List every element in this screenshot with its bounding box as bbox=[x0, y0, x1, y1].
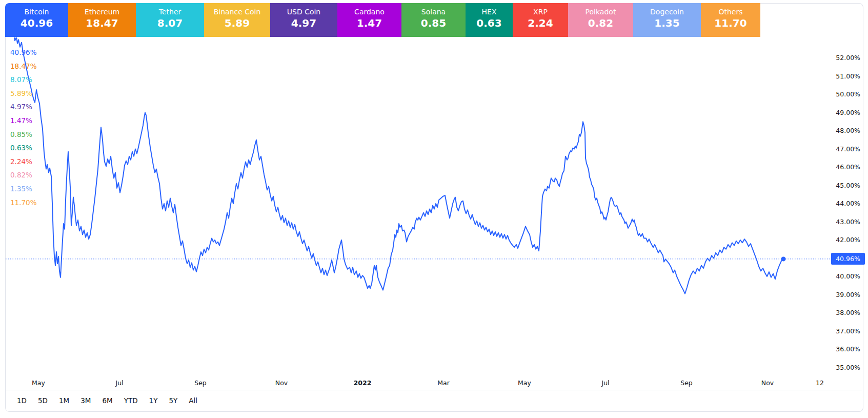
y-axis-tick: 46.00% bbox=[824, 163, 860, 171]
y-axis-tick: 51.00% bbox=[824, 72, 860, 80]
legend-item: 1.47% bbox=[10, 116, 32, 125]
x-axis-tick: May bbox=[32, 379, 45, 387]
y-axis-tick: 38.00% bbox=[824, 309, 860, 316]
bitcoin-dominance-line bbox=[13, 32, 783, 293]
x-axis-tick: Sep bbox=[680, 379, 693, 387]
x-axis-tick: Mar bbox=[437, 379, 450, 387]
y-axis-tick: 47.00% bbox=[824, 145, 860, 153]
y-axis-tick: 50.00% bbox=[824, 90, 860, 98]
x-axis-tick: 12 bbox=[816, 379, 824, 387]
y-axis-tick: 49.00% bbox=[824, 109, 860, 116]
x-axis-tick: Sep bbox=[194, 379, 207, 387]
y-axis-tick: 36.00% bbox=[824, 345, 860, 353]
range-toolbar: 1D5D1M3M6MYTD1Y5YAll bbox=[15, 390, 199, 411]
legend-item: 0.82% bbox=[10, 171, 32, 179]
range-button-3m[interactable]: 3M bbox=[79, 395, 92, 406]
legend-item: 18.47% bbox=[10, 62, 36, 70]
range-button-6m[interactable]: 6M bbox=[100, 395, 114, 406]
x-axis-tick: Jul bbox=[115, 379, 123, 387]
y-axis-tick: 42.00% bbox=[824, 236, 860, 244]
y-axis-tick: 35.00% bbox=[824, 364, 860, 371]
legend-item: 4.97% bbox=[10, 103, 32, 111]
legend-item: 0.63% bbox=[10, 144, 32, 152]
x-axis-tick: Nov bbox=[761, 379, 774, 387]
range-button-1y[interactable]: 1Y bbox=[148, 395, 159, 406]
y-axis-tick: 39.00% bbox=[824, 291, 860, 298]
x-axis-tick: Jul bbox=[601, 379, 609, 387]
y-axis-tick: 48.00% bbox=[824, 127, 860, 134]
y-axis-tick: 40.00% bbox=[824, 272, 860, 280]
legend-item: 11.70% bbox=[10, 198, 36, 207]
y-axis-tick: 44.00% bbox=[824, 200, 860, 207]
current-value-badge: 40.96% bbox=[831, 253, 865, 265]
x-axis-tick: Nov bbox=[275, 379, 288, 387]
legend-item: 0.85% bbox=[10, 130, 32, 138]
legend-item: 5.89% bbox=[10, 89, 32, 97]
range-button-1m[interactable]: 1M bbox=[57, 395, 71, 406]
x-axis-tick: 2022 bbox=[354, 379, 372, 387]
legend-item: 2.24% bbox=[10, 157, 32, 166]
range-button-all[interactable]: All bbox=[187, 395, 199, 406]
y-axis-tick: 52.00% bbox=[824, 54, 860, 62]
y-axis-tick: 43.00% bbox=[824, 218, 860, 226]
range-button-1d[interactable]: 1D bbox=[15, 395, 28, 406]
y-axis-tick: 37.00% bbox=[824, 327, 860, 335]
range-button-ytd[interactable]: YTD bbox=[123, 395, 139, 406]
crypto-dominance-widget: Bitcoin40.96Ethereum18.47Tether8.07Binan… bbox=[0, 0, 868, 418]
range-button-5d[interactable]: 5D bbox=[36, 395, 49, 406]
dominance-line-chart[interactable] bbox=[0, 0, 868, 418]
x-axis-tick: May bbox=[518, 379, 531, 387]
legend-item: 1.35% bbox=[10, 185, 32, 193]
y-axis-tick: 45.00% bbox=[824, 182, 860, 189]
range-button-5y[interactable]: 5Y bbox=[167, 395, 179, 406]
legend-item: 40.96% bbox=[10, 48, 36, 56]
legend-item: 8.07% bbox=[10, 75, 32, 84]
last-point-marker bbox=[781, 256, 786, 261]
